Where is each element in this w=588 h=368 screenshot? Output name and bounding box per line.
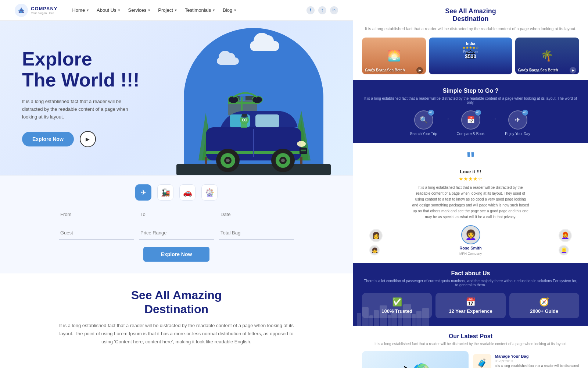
step-3: ✈ 03 Enjoy Your Day: [503, 110, 533, 136]
nav-links: Home ▼ About Us ▼ Services ▼ Project ▼ T…: [72, 7, 306, 13]
step-title: Simple Step to Go ?: [362, 88, 579, 94]
testimonial-section: " Love it !!! ★★★★☆ It is a long establi…: [353, 143, 588, 263]
nav-home[interactable]: Home ▼: [72, 7, 89, 13]
svg-point-39: [281, 159, 285, 162]
dest-card-1-nav: ▶: [416, 67, 423, 74]
chevron-icon: ▼: [147, 8, 151, 12]
dest-card-1[interactable]: 🌅 Goa's Bazar Sea Betch 27 Tour, 30 Hote…: [362, 38, 426, 74]
post-2-content: Manage Your Bag 08 Apr 2019 It is a long…: [495, 354, 580, 368]
hero-illustration: [147, 21, 353, 175]
nav-blog[interactable]: Blog ▼: [223, 7, 237, 13]
svg-rect-1: [20, 11, 22, 13]
destination-section: See All Amazing Destination It is a long…: [0, 273, 353, 357]
nav-about[interactable]: About Us ▼: [97, 7, 121, 13]
svg-point-40: [297, 141, 306, 147]
fact-section: Fact about Us There is a lot condition o…: [353, 263, 588, 326]
post-2-excerpt: It is a long established fact that a rea…: [495, 364, 580, 368]
bldg-12: [422, 308, 429, 326]
hero-content: Explore The World !!! It is a long estab…: [22, 49, 140, 148]
main-panel: COMPANY Your Slogan Here Home ▼ About Us…: [0, 0, 353, 368]
logo-text: COMPANY Your Slogan Here: [31, 6, 57, 15]
from-input[interactable]: [59, 208, 134, 221]
bldg-1: [357, 313, 361, 326]
to-input[interactable]: [139, 208, 214, 221]
logo-icon: [15, 4, 28, 17]
tab-car[interactable]: 🚗: [179, 184, 196, 201]
hero-title: Explore The World !!!: [22, 49, 140, 91]
facebook-icon[interactable]: f: [306, 6, 315, 14]
testimonial-heading: Love it !!!: [362, 169, 579, 174]
cloud-1: [250, 41, 279, 51]
navbar: COMPANY Your Slogan Here Home ▼ About Us…: [0, 0, 353, 21]
dest-card-2[interactable]: 🏛 India ★★★★☆ Price from $500: [429, 38, 512, 74]
chevron-icon: ▼: [212, 8, 215, 12]
main-avatar: 👩‍🦱: [461, 225, 480, 244]
bag-input[interactable]: [219, 226, 294, 240]
avatar-right-1: 👩‍🦰: [559, 229, 572, 242]
step-1-circle: 🔍 01: [414, 110, 433, 130]
post-card-1[interactable]: ✈🌍 Travel 10 Apr 2019 10 Tips for Comfor…: [362, 351, 469, 368]
play-button[interactable]: ▶: [80, 131, 96, 147]
search-fields-row2: [59, 226, 294, 240]
bldg-5: [380, 305, 387, 326]
post-main: ✈🌍 Travel 10 Apr 2019 10 Tips for Comfor…: [362, 351, 469, 368]
nav-project[interactable]: Project ▼: [158, 7, 177, 13]
svg-point-35: [226, 159, 230, 162]
twitter-icon[interactable]: t: [318, 6, 326, 14]
nav-services[interactable]: Services ▼: [128, 7, 151, 13]
dest-card-3-nav: ▶: [570, 67, 576, 74]
post-1-image: ✈🌍: [362, 351, 469, 368]
right-dest-title: See All Amazing Destination: [362, 7, 579, 23]
social-icons: f t in: [306, 6, 338, 14]
svg-rect-4: [205, 157, 207, 164]
dest-card-3-sub: 27 Tour, 30 Hotel: [518, 70, 540, 73]
simple-step-section: Simple Step to Go ? It is a long establi…: [353, 80, 588, 143]
step-2: 📅 02 Compare & Book: [456, 110, 485, 136]
step-3-label: Enjoy Your Day: [505, 132, 530, 136]
bldg-8: [398, 312, 402, 326]
svg-rect-12: [176, 164, 331, 175]
tab-train[interactable]: 🚂: [157, 184, 173, 201]
latest-post-section: Our Latest Post It is a long established…: [353, 326, 588, 368]
dest-card-2-info: India ★★★★☆ Price from $500: [462, 41, 479, 59]
car-illustration: [176, 57, 331, 175]
chevron-icon: ▼: [118, 8, 121, 12]
bldg-6: [388, 315, 391, 326]
search-button[interactable]: Explore Now: [143, 247, 210, 262]
step-desc: It is a long established fact that a rea…: [362, 96, 579, 105]
bldg-2: [362, 307, 369, 326]
explore-button[interactable]: Explore Now: [22, 132, 74, 146]
logo[interactable]: COMPANY Your Slogan Here: [15, 4, 57, 17]
date-input[interactable]: [219, 208, 294, 221]
tab-flight[interactable]: ✈: [135, 184, 151, 201]
svg-rect-24: [241, 123, 247, 128]
price-input[interactable]: [139, 226, 214, 240]
linkedin-icon[interactable]: in: [330, 6, 338, 14]
center-avatar: 👩‍🦱 Rose Smith MPN Company: [459, 225, 482, 255]
step-arrow-2: →: [491, 116, 497, 122]
bldg-4: [374, 310, 379, 326]
tab-attraction[interactable]: 🎡: [201, 184, 218, 201]
post-list: 🧳 Manage Your Bag 08 Apr 2019 It is a lo…: [473, 351, 580, 368]
post-list-item-1[interactable]: 🧳 Manage Your Bag 08 Apr 2019 It is a lo…: [473, 351, 580, 368]
svg-rect-7: [300, 157, 302, 164]
svg-rect-26: [242, 114, 247, 117]
testimonial-stars: ★★★★☆: [362, 176, 579, 182]
dest-card-1-sub: 27 Tour, 30 Hotel: [365, 70, 387, 73]
fact-title: Fact about Us: [362, 270, 579, 277]
destination-cards: 🌅 Goa's Bazar Sea Betch 27 Tour, 30 Hote…: [362, 38, 579, 74]
post-title: Our Latest Post: [362, 333, 579, 340]
testimonial-avatars: 👩 👧 👩‍🦱 Rose Smith MPN Company 👩‍🦰 👱‍♀️: [362, 225, 579, 255]
post-desc: It is a long established fact that a rea…: [362, 342, 579, 346]
step-2-circle: 📅 02: [461, 110, 480, 130]
guest-input[interactable]: [59, 226, 134, 240]
step-arrow-1: →: [444, 116, 450, 122]
destination-description: It is a long established fact that a rea…: [59, 322, 294, 346]
chevron-icon: ▼: [233, 8, 237, 12]
search-fields-row1: [59, 208, 294, 221]
bldg-11: [416, 311, 422, 326]
nav-testimonials[interactable]: Testimonials ▼: [185, 7, 215, 13]
avatar-right-2: 👱‍♀️: [559, 245, 569, 255]
step-2-num: 02: [475, 110, 481, 116]
dest-card-3[interactable]: 🌴 Goa's Bazar Sea Betch 27 Tour, 30 Hote…: [515, 38, 579, 74]
